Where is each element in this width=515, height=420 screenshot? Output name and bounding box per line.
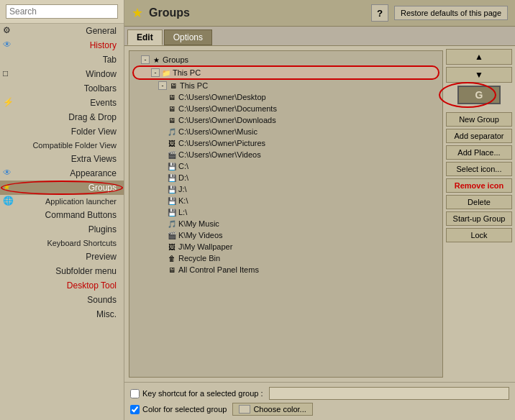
add-place-button[interactable]: Add Place... bbox=[446, 145, 512, 160]
remove-icon-button[interactable]: Remove icon bbox=[446, 178, 512, 193]
help-button[interactable]: ? bbox=[371, 4, 388, 22]
sidebar-item-toolbars[interactable]: Toolbars bbox=[0, 81, 124, 96]
move-down-button[interactable]: ▼ bbox=[446, 67, 512, 83]
tree-row-videos[interactable]: 🎬 C:\Users\Owner\Videos bbox=[132, 149, 439, 160]
sidebar-item-label: History bbox=[17, 40, 119, 50]
tree-row-pictures[interactable]: 🖼 C:\Users\Owner\Pictures bbox=[132, 137, 439, 149]
content-area: - ★ Groups - 📁 This PC - 🖥 This PC bbox=[124, 46, 515, 382]
tree-row-desktop[interactable]: 🖥 C:\Users\Owner\Desktop bbox=[132, 91, 439, 103]
delete-button[interactable]: Delete bbox=[446, 195, 512, 209]
add-separator-button[interactable]: Add separator bbox=[446, 129, 512, 143]
tree-row-control-panel[interactable]: 🖥 All Control Panel Items bbox=[132, 264, 439, 275]
tree-row-groups[interactable]: - ★ Groups bbox=[132, 54, 439, 65]
sidebar-item-label: Drag & Drop bbox=[17, 112, 119, 122]
tab-options[interactable]: Options bbox=[164, 29, 212, 45]
sidebar-item-plugins[interactable]: Plugins bbox=[0, 222, 124, 237]
tree-label: C:\Users\Owner\Music bbox=[178, 127, 258, 136]
tree-row-music[interactable]: 🎵 C:\Users\Owner\Music bbox=[132, 126, 439, 137]
key-shortcut-checkbox[interactable] bbox=[130, 389, 140, 398]
tree-expand-this-pc[interactable]: - bbox=[151, 68, 160, 77]
tree-row-l[interactable]: 💾 L:\ bbox=[132, 206, 439, 218]
key-shortcut-input[interactable] bbox=[269, 387, 509, 400]
header-star-icon: ★ bbox=[132, 5, 143, 21]
sidebar-item-events[interactable]: ⚡ Events bbox=[0, 96, 124, 110]
drive-icon: 💾 bbox=[167, 196, 177, 206]
sidebar-item-application-launcher[interactable]: 🌐 Application launcher bbox=[0, 195, 124, 208]
tree-row-c[interactable]: 💾 C:\ bbox=[132, 160, 439, 172]
computer-icon: 🖥 bbox=[168, 81, 178, 91]
tree-row-d[interactable]: 💾 D:\ bbox=[132, 172, 439, 183]
tree-label: C:\Users\Owner\Videos bbox=[178, 150, 261, 159]
tree-row-j-wallpaper[interactable]: 🖼 J\My Wallpaper bbox=[132, 241, 439, 252]
tree-label: All Control Panel Items bbox=[178, 265, 259, 274]
color-row: Color for selected group Choose color... bbox=[130, 403, 509, 416]
new-group-button[interactable]: New Group bbox=[446, 112, 512, 127]
music-icon: 🎵 bbox=[167, 127, 177, 137]
videos-icon: 🎬 bbox=[167, 230, 177, 240]
sidebar-item-subfolder-menu[interactable]: Subfolder menu bbox=[0, 264, 124, 278]
tree-row-this-pc[interactable]: - 📁 This PC bbox=[132, 65, 439, 80]
star-icon: ★ bbox=[3, 182, 14, 193]
sidebar-item-drag-drop[interactable]: Drag & Drop bbox=[0, 110, 124, 124]
sidebar-item-label: Appearance bbox=[17, 168, 119, 178]
sidebar-item-groups[interactable]: ★ Groups bbox=[0, 181, 124, 195]
groups-tree[interactable]: - ★ Groups - 📁 This PC - 🖥 This PC bbox=[129, 50, 443, 378]
tree-row-k-videos[interactable]: 🎬 K\My Videos bbox=[132, 229, 439, 241]
choose-color-button[interactable]: Choose color... bbox=[232, 403, 312, 416]
sidebar-item-label: Preview bbox=[17, 252, 119, 262]
sidebar-item-label: Folder View bbox=[17, 127, 119, 137]
eye-icon-appearance: 👁 bbox=[3, 168, 14, 179]
tree-expand-groups[interactable]: - bbox=[141, 55, 150, 64]
sidebar-item-label: Window bbox=[17, 69, 119, 79]
tab-edit[interactable]: Edit bbox=[127, 29, 163, 45]
tree-row-downloads[interactable]: 🖥 C:\Users\Owner\Downloads bbox=[132, 114, 439, 126]
restore-defaults-button[interactable]: Restore defaults of this page bbox=[394, 6, 508, 20]
g-button[interactable]: G bbox=[457, 86, 501, 104]
sidebar-item-desktop-tool[interactable]: Desktop Tool bbox=[0, 278, 124, 293]
sidebar-item-label: Plugins bbox=[17, 224, 119, 234]
music-icon: 🎵 bbox=[167, 219, 177, 229]
tree-label: K\My Music bbox=[178, 219, 219, 228]
folder-icon: 🖥 bbox=[167, 104, 177, 114]
startup-group-button[interactable]: Start-up Group bbox=[446, 211, 512, 226]
sidebar-item-general[interactable]: ⚙ General bbox=[0, 24, 124, 38]
tree-icon-groups: ★ bbox=[151, 55, 161, 65]
tree-row-documents[interactable]: 🖥 C:\Users\Owner\Documents bbox=[132, 103, 439, 114]
color-label: Color for selected group bbox=[142, 405, 227, 414]
tree-label: C:\Users\Owner\Desktop bbox=[178, 93, 266, 101]
drive-icon: 💾 bbox=[167, 184, 177, 194]
tree-label: C:\Users\Owner\Documents bbox=[178, 104, 277, 113]
color-checkbox[interactable] bbox=[130, 405, 140, 414]
sidebar-item-history[interactable]: 👁 History bbox=[0, 38, 124, 52]
sidebar-item-keyboard-shortcuts[interactable]: Keyboard Shortcuts bbox=[0, 237, 124, 250]
sidebar-item-tab[interactable]: Tab bbox=[0, 52, 124, 67]
pictures-icon: 🖼 bbox=[167, 138, 177, 148]
tree-label: J\My Wallpaper bbox=[178, 242, 232, 251]
search-input[interactable] bbox=[6, 4, 118, 19]
sidebar-item-extra-views[interactable]: Extra Views bbox=[0, 152, 124, 166]
lock-button[interactable]: Lock bbox=[446, 228, 512, 242]
sidebar-item-sounds[interactable]: Sounds bbox=[0, 293, 124, 307]
main-panel: ★ Groups ? Restore defaults of this page… bbox=[124, 0, 515, 420]
tree-row-this-pc-2[interactable]: - 🖥 This PC bbox=[132, 80, 439, 91]
tree-row-k[interactable]: 💾 K:\ bbox=[132, 195, 439, 206]
sidebar-item-preview[interactable]: Preview bbox=[0, 250, 124, 264]
sidebar-item-folder-view[interactable]: Folder View bbox=[0, 124, 124, 139]
sidebar-item-window[interactable]: □ Window bbox=[0, 67, 124, 81]
sidebar-item-misc[interactable]: Misc. bbox=[0, 307, 124, 321]
tree-row-j[interactable]: 💾 J:\ bbox=[132, 183, 439, 195]
sidebar-item-label: General bbox=[17, 26, 119, 36]
sidebar-item-command-buttons[interactable]: Command Buttons bbox=[0, 208, 124, 222]
drive-icon: 💾 bbox=[167, 207, 177, 217]
tabs-bar: Edit Options bbox=[124, 27, 515, 46]
tree-row-recycle-bin[interactable]: 🗑 Recycle Bin bbox=[132, 252, 439, 264]
tree-expand-this-pc-2[interactable]: - bbox=[158, 81, 167, 90]
select-icon-button[interactable]: Select icon... bbox=[446, 162, 512, 176]
sidebar-item-appearance[interactable]: 👁 Appearance bbox=[0, 166, 124, 181]
folder-icon: 🖥 bbox=[167, 92, 177, 102]
tree-row-k-music[interactable]: 🎵 K\My Music bbox=[132, 218, 439, 229]
move-up-button[interactable]: ▲ bbox=[446, 49, 512, 65]
sidebar-item-compatible-folder-view[interactable]: Compatible Folder View bbox=[0, 139, 124, 152]
tree-label: C:\Users\Owner\Pictures bbox=[178, 139, 265, 147]
tree-label: Recycle Bin bbox=[178, 254, 220, 262]
